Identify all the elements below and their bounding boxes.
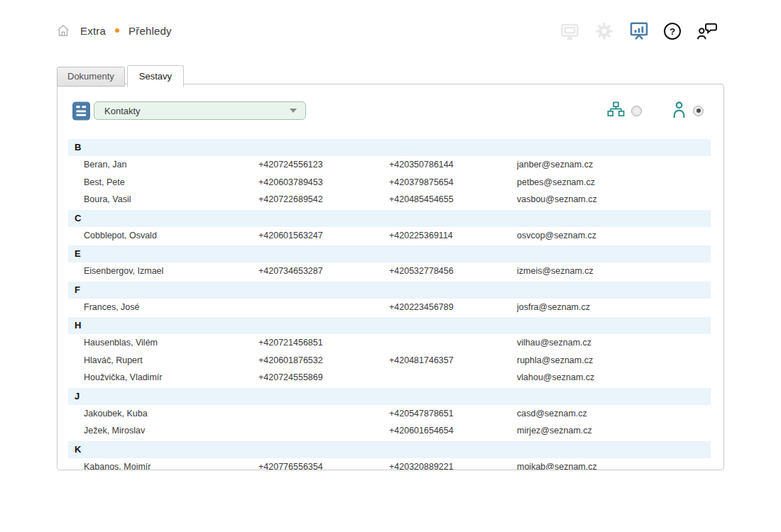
tab-dokumenty[interactable]: Dokumenty: [57, 67, 125, 87]
group-letter: C: [68, 210, 711, 227]
contact-phone-1: +420722689542: [258, 194, 389, 204]
contact-row[interactable]: Hausenblas, Vilém+420721456851vilhau@sez…: [68, 334, 711, 352]
contact-name: Kabanos, Mojmír: [84, 462, 258, 470]
contact-email: ruphla@seznam.cz: [517, 355, 711, 365]
contact-phone-2: +420223456789: [389, 302, 517, 312]
contact-phone-2: +420532778456: [389, 266, 517, 276]
hierarchy-view-radio[interactable]: [631, 106, 642, 116]
contact-phone-2: +420379875654: [389, 177, 517, 187]
contact-email: janber@seznam.cz: [517, 160, 711, 170]
contact-phone-1: +420601563247: [258, 231, 389, 240]
tab-bar: Dokumenty Sestavy: [57, 65, 186, 87]
contact-phone-1: +420601876532: [258, 355, 389, 365]
contact-row[interactable]: Houžvička, Vladimír+420724555869vlahou@s…: [68, 369, 711, 387]
contact-name: Hausenblas, Vilém: [84, 338, 258, 348]
monitor-icon[interactable]: [559, 21, 580, 42]
report-type-select[interactable]: Kontakty: [94, 101, 306, 120]
breadcrumb-separator-dot: [115, 28, 119, 33]
home-icon[interactable]: [55, 23, 71, 38]
contact-email: mojkab@seznam.cz: [517, 462, 711, 470]
contact-name: Eisenbergov, Izmael: [84, 266, 258, 276]
contact-phone-2: +420350786144: [389, 160, 517, 170]
contact-phone-2: +420601654654: [389, 426, 517, 436]
report-type-value: Kontakty: [104, 106, 290, 116]
contact-group: EEisenbergov, Izmael+420734653287+420532…: [68, 245, 711, 280]
contact-row[interactable]: Eisenbergov, Izmael+420734653287+4205327…: [68, 262, 711, 280]
contact-row[interactable]: Kabanos, Mojmír+420776556354+42032088922…: [68, 458, 711, 471]
contact-name: Houžvička, Vladimír: [84, 372, 258, 382]
group-letter: F: [68, 282, 711, 299]
contact-row[interactable]: Boura, Vasil+420722689542+420485454655va…: [68, 191, 711, 209]
contact-row[interactable]: Beran, Jan+420724556123+420350786144janb…: [68, 156, 711, 174]
group-letter: H: [68, 317, 711, 334]
contact-phone-1: +420724555869: [258, 372, 389, 382]
group-letter: E: [68, 245, 711, 262]
chevron-down-icon: [290, 109, 297, 113]
contact-phone-2: +420481746357: [389, 355, 517, 365]
help-glyph: ?: [670, 26, 675, 37]
group-letter: J: [68, 388, 711, 405]
reports-panel: Kontakty: [57, 84, 724, 470]
breadcrumb: Extra Přehledy: [55, 21, 172, 40]
contact-name: Boura, Vasil: [84, 194, 258, 204]
contact-name: Hlaváč, Rupert: [84, 355, 258, 365]
presentation-chart-icon[interactable]: [628, 21, 650, 42]
contact-list: BBeran, Jan+420724556123+420350786144jan…: [68, 139, 711, 470]
contact-group: BBeran, Jan+420724556123+420350786144jan…: [68, 139, 711, 209]
contact-row[interactable]: Hlaváč, Rupert+420601876532+420481746357…: [68, 352, 711, 370]
hierarchy-icon: [607, 101, 625, 121]
contact-phone-2: +420485454655: [389, 194, 517, 204]
contact-group: FFrances, José+420223456789josfra@seznam…: [68, 282, 711, 316]
person-icon: [672, 101, 687, 121]
contact-name: Ježek, Miroslav: [84, 426, 258, 436]
group-letter: B: [68, 139, 711, 156]
reports-toolbar: Kontakty: [68, 100, 711, 121]
contact-row[interactable]: Jakoubek, Kuba+420547878651casd@seznam.c…: [68, 405, 711, 423]
contact-name: Jakoubek, Kuba: [84, 409, 258, 419]
contact-phone-2: +420547878651: [389, 409, 517, 419]
contact-group: KKabanos, Mojmír+420776556354+4203208892…: [68, 441, 711, 471]
contact-email: izmeis@seznam.cz: [517, 266, 711, 276]
contact-row[interactable]: Frances, José+420223456789josfra@seznam.…: [68, 299, 711, 316]
contact-phone-2: +420225369114: [389, 231, 517, 240]
contact-row[interactable]: Ježek, Miroslav+420601654654mirjez@sezna…: [68, 422, 711, 440]
contact-email: vilhau@seznam.cz: [517, 338, 711, 348]
hierarchy-view-option[interactable]: [607, 101, 642, 121]
contact-email: casd@seznam.cz: [517, 409, 711, 419]
contact-email: mirjez@seznam.cz: [517, 426, 711, 436]
person-view-option[interactable]: [672, 101, 704, 121]
person-chat-icon[interactable]: [695, 21, 719, 41]
contact-name: Best, Pete: [84, 177, 258, 187]
person-view-radio[interactable]: [693, 106, 704, 116]
contact-row[interactable]: Cobblepot, Osvald+420601563247+420225369…: [68, 227, 711, 245]
contact-email: vlahou@seznam.cz: [517, 372, 711, 382]
contact-name: Beran, Jan: [84, 160, 258, 170]
contact-phone-1: +420603789453: [258, 177, 389, 187]
contact-email: vasbou@seznam.cz: [517, 194, 711, 204]
contact-email: petbes@seznam.cz: [517, 177, 711, 187]
contact-group: JJakoubek, Kuba+420547878651casd@seznam.…: [68, 388, 711, 440]
contact-phone-1: +420721456851: [258, 338, 389, 348]
contact-group: HHausenblas, Vilém+420721456851vilhau@se…: [68, 317, 711, 387]
contact-phone-1: +420776556354: [258, 462, 389, 470]
breadcrumb-item-prehledy[interactable]: Přehledy: [129, 25, 172, 37]
help-icon[interactable]: ?: [664, 23, 681, 40]
tab-sestavy[interactable]: Sestavy: [127, 65, 184, 87]
gear-icon[interactable]: [594, 21, 614, 41]
contact-phone-1: +420734653287: [258, 266, 389, 276]
contact-email: josfra@seznam.cz: [517, 302, 711, 312]
contact-group: CCobblepot, Osvald+420601563247+42022536…: [68, 210, 711, 245]
view-toggle: [607, 101, 711, 121]
contact-phone-2: +420320889221: [389, 462, 517, 470]
contact-name: Frances, José: [84, 302, 258, 312]
contact-phone-1: +420724556123: [258, 160, 389, 170]
contact-row[interactable]: Best, Pete+420603789453+420379875654petb…: [68, 174, 711, 192]
header-icon-bar: ?: [559, 19, 719, 43]
breadcrumb-item-extra[interactable]: Extra: [80, 25, 106, 37]
group-letter: K: [68, 441, 711, 458]
contact-email: osvcop@seznam.cz: [517, 231, 711, 240]
report-card-icon: [72, 101, 91, 121]
contact-name: Cobblepot, Osvald: [84, 231, 258, 240]
